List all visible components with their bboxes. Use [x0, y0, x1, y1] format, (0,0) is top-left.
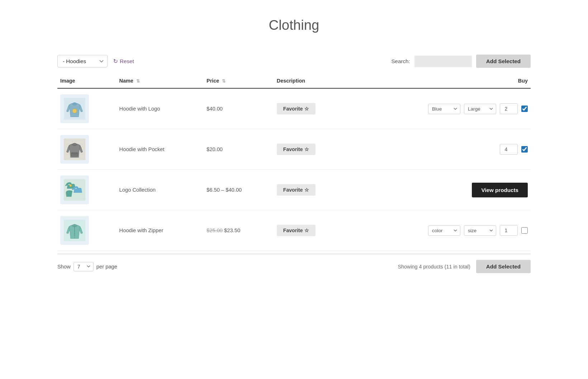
reset-icon: ↺	[113, 58, 118, 65]
buy-controls	[353, 144, 528, 155]
product-image-cell	[57, 88, 117, 129]
col-header-image: Image	[57, 74, 117, 88]
reset-label: Reset	[120, 58, 134, 64]
toolbar-left: - Hoodies Clothing T-Shirts Accessories …	[57, 55, 134, 67]
size-select[interactable]: sizeSmallMediumLarge	[464, 225, 496, 236]
product-image-cell	[57, 129, 117, 170]
product-description: Favorite ☆	[274, 170, 350, 210]
favorite-button[interactable]: Favorite ☆	[277, 103, 316, 114]
price-current: $23.50	[224, 228, 240, 233]
qty-input[interactable]	[500, 225, 518, 236]
table-row: Hoodie with Zipper$25.00$23.50Favorite ☆…	[57, 210, 531, 251]
per-page-select[interactable]: 7 14 21 28	[74, 262, 94, 271]
table-row: Logo Collection$6.50 – $40.00Favorite ☆V…	[57, 170, 531, 210]
show-label: Show	[57, 264, 71, 270]
product-image	[60, 176, 89, 204]
buy-controls: colorBlueRedsizeSmallMediumLarge	[353, 225, 528, 236]
product-image-cell	[57, 210, 117, 251]
buy-controls: BlueRedGreenBlackLargeSmallMediumXL	[353, 103, 528, 114]
search-label: Search:	[391, 58, 410, 64]
product-description: Favorite ☆	[274, 88, 350, 129]
product-price: $40.00	[204, 88, 274, 129]
product-name: Hoodie with Logo	[117, 88, 204, 129]
product-name: Hoodie with Zipper	[117, 210, 204, 251]
product-price: $20.00	[204, 129, 274, 170]
product-image	[60, 216, 89, 245]
product-price: $25.00$23.50	[204, 210, 274, 251]
per-page-label: per page	[96, 264, 117, 270]
col-header-price: Price ⇅	[204, 74, 274, 88]
favorite-button[interactable]: Favorite ☆	[277, 184, 316, 196]
product-description: Favorite ☆	[274, 129, 350, 170]
buy-checkbox[interactable]	[521, 146, 528, 153]
product-description: Favorite ☆	[274, 210, 350, 251]
price-current: $6.50 – $40.00	[207, 187, 242, 193]
price-sort-icon[interactable]: ⇅	[222, 79, 226, 84]
product-buy-cell: BlueRedGreenBlackLargeSmallMediumXL	[350, 88, 531, 129]
product-image	[60, 94, 89, 123]
price-original: $25.00	[207, 228, 223, 233]
col-header-description: Description	[274, 74, 350, 88]
product-image-cell	[57, 170, 117, 210]
toolbar-right: Search: Add Selected	[391, 55, 531, 68]
product-name: Hoodie with Pocket	[117, 129, 204, 170]
showing-text: Showing 4 products (11 in total)	[398, 264, 470, 270]
favorite-button[interactable]: Favorite ☆	[277, 144, 316, 155]
buy-checkbox[interactable]	[521, 106, 528, 112]
price-current: $40.00	[207, 106, 223, 112]
qty-input[interactable]	[500, 103, 518, 114]
search-input[interactable]	[414, 56, 472, 67]
product-name: Logo Collection	[117, 170, 204, 210]
svg-rect-3	[71, 153, 78, 156]
footer-left: Show 7 14 21 28 per page	[57, 262, 117, 271]
qty-input[interactable]	[500, 144, 518, 155]
size-select[interactable]: LargeSmallMediumXL	[464, 104, 496, 114]
page-title: Clothing	[57, 0, 531, 55]
color-select[interactable]: colorBlueRed	[428, 225, 460, 236]
category-select[interactable]: - Hoodies Clothing T-Shirts Accessories	[57, 55, 108, 67]
reset-button[interactable]: ↺ Reset	[113, 56, 134, 66]
add-selected-button-top[interactable]: Add Selected	[476, 55, 531, 68]
view-products-button[interactable]: View products	[472, 183, 528, 197]
buy-checkbox[interactable]	[521, 227, 528, 234]
price-current: $20.00	[207, 146, 223, 152]
svg-point-1	[72, 109, 77, 113]
product-buy-cell: View products	[350, 170, 531, 210]
products-table: Image Name ⇅ Price ⇅ Description Buy	[57, 74, 531, 251]
name-sort-icon[interactable]: ⇅	[136, 79, 140, 84]
col-header-buy: Buy	[350, 74, 531, 88]
col-header-name: Name ⇅	[117, 74, 204, 88]
product-image	[60, 135, 89, 164]
table-row: Hoodie with Logo$40.00Favorite ☆BlueRedG…	[57, 88, 531, 129]
product-price: $6.50 – $40.00	[204, 170, 274, 210]
toolbar: - Hoodies Clothing T-Shirts Accessories …	[57, 55, 531, 68]
color-select[interactable]: BlueRedGreenBlack	[428, 104, 460, 114]
footer-right: Showing 4 products (11 in total) Add Sel…	[398, 260, 531, 273]
favorite-button[interactable]: Favorite ☆	[277, 225, 316, 236]
add-selected-button-bottom[interactable]: Add Selected	[476, 260, 531, 273]
svg-point-5	[70, 184, 72, 187]
table-footer: Show 7 14 21 28 per page Showing 4 produ…	[57, 254, 531, 273]
table-row: Hoodie with Pocket$20.00Favorite ☆	[57, 129, 531, 170]
product-buy-cell: colorBlueRedsizeSmallMediumLarge	[350, 210, 531, 251]
product-buy-cell	[350, 129, 531, 170]
